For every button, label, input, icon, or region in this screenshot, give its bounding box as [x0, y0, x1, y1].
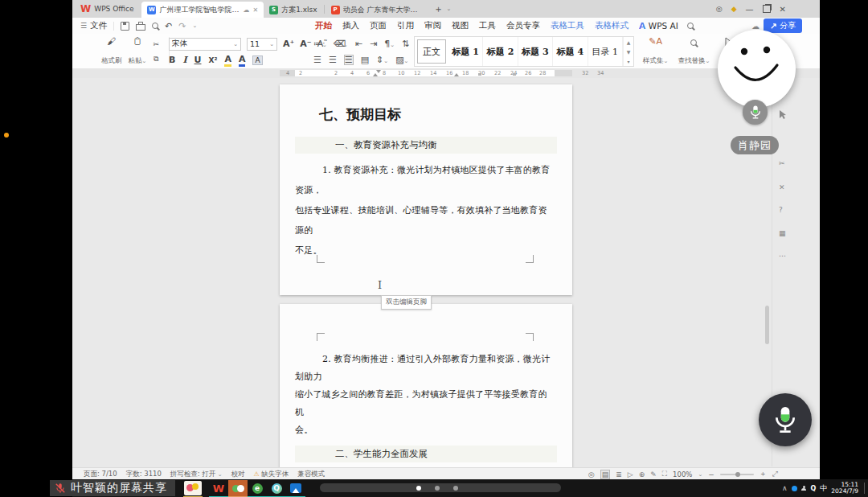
tab-reference[interactable]: 引用 — [395, 18, 416, 33]
outline-view-icon[interactable]: ≣ — [616, 470, 622, 479]
tab-writer-document[interactable]: W 广州理工学院智电学院 社会实.. ☁ ✕ — [141, 2, 264, 18]
align-left-icon[interactable]: ☰ — [313, 55, 321, 64]
eye-protection-icon[interactable]: ◎ — [588, 470, 595, 479]
tools-icon[interactable]: ✕ — [779, 183, 785, 191]
zoom-level[interactable]: 100% — [673, 470, 692, 479]
fullscreen-icon[interactable]: ⤢ — [772, 470, 778, 479]
redo-icon[interactable]: ↷ — [178, 22, 186, 31]
zoom-slider-thumb[interactable] — [735, 472, 740, 477]
style-heading2[interactable]: 标题 2 — [483, 37, 518, 66]
increase-font-icon[interactable]: A⁺ — [283, 39, 294, 49]
search-icon[interactable] — [687, 23, 694, 29]
tab-insert[interactable]: 插入 — [341, 18, 361, 33]
find-replace-button[interactable]: 查找替换⌄ — [678, 37, 710, 66]
ink-annotate-icon[interactable]: ✎ — [650, 470, 657, 479]
char-shading-icon[interactable]: A — [252, 55, 262, 65]
wps-home-tab[interactable]: W WPS Office — [72, 0, 141, 18]
shading-icon[interactable]: ▨⌄ — [395, 55, 408, 64]
clip-tool-icon[interactable]: ✂ — [779, 159, 785, 167]
zoom-out-button[interactable]: − — [708, 470, 714, 479]
cut-icon[interactable]: ✂ — [153, 41, 159, 48]
ime-indicator[interactable]: 中 — [820, 483, 827, 494]
doc-text-line[interactable]: 2. 教育均衡推进：通过引入外部教育力量和资源，微光计划助力 — [295, 351, 555, 386]
paste-button[interactable]: 📋︎ 粘贴⌄ — [129, 37, 147, 66]
close-window-button[interactable]: ✕ — [780, 5, 786, 14]
minimize-button[interactable]: — — [746, 5, 754, 14]
style-heading1[interactable]: 标题 1 — [448, 37, 483, 66]
doc-text-line[interactable]: 会。 — [295, 421, 555, 439]
web-layout-icon[interactable]: ⊕ — [639, 470, 645, 479]
doc-text-line[interactable]: 缩小了城乡之间的教育差距，为村镇孩子提供了平等接受教育的机 — [295, 386, 555, 421]
wps-ai-button[interactable]: A WPS AI — [637, 19, 680, 33]
taskbar-browser-app[interactable]: e — [248, 480, 267, 497]
tab-review[interactable]: 审阅 — [423, 18, 443, 33]
doc-text-line[interactable]: 1. 教育资源补充：微光计划为村镇地区提供了丰富的教育资源， — [295, 160, 555, 200]
underline-icon[interactable]: U — [194, 55, 202, 65]
taskbar-fruit-app[interactable] — [183, 480, 203, 497]
quick-access-chevron-icon[interactable]: ⌄ — [193, 23, 198, 29]
decrease-indent-icon[interactable]: ⇤ — [355, 39, 362, 48]
page-view-icon[interactable]: ▤ — [600, 470, 611, 479]
bullet-list-icon[interactable]: ≔⌄ — [313, 39, 327, 48]
close-tab-icon[interactable]: ✕ — [252, 6, 258, 14]
vip-diamond-icon[interactable]: ◆ — [731, 5, 737, 13]
doc-heading[interactable]: 二、学生能力全面发展 — [295, 446, 557, 462]
tab-spreadsheet[interactable]: S 方案1.xlsx — [264, 2, 322, 18]
participant-avatar[interactable] — [718, 30, 796, 108]
style-heading3[interactable]: 标题 3 — [518, 37, 553, 66]
indicator-dot-active[interactable] — [416, 486, 421, 491]
distribute-icon[interactable]: ▤ — [361, 55, 369, 64]
cloud-status-icon[interactable]: ☁ — [751, 22, 760, 31]
taskbar-meeting-app-active[interactable] — [228, 480, 248, 497]
increase-indent-icon[interactable]: ⇥ — [370, 39, 377, 48]
tab-stop[interactable] — [478, 73, 481, 76]
print-icon[interactable] — [136, 24, 145, 31]
participant-mic-indicator[interactable] — [743, 100, 768, 125]
font-size-select[interactable]: 11⌄ — [247, 38, 277, 51]
tray-chevron-icon[interactable]: ∧ — [782, 484, 788, 492]
highlight-color-icon[interactable]: A — [224, 54, 231, 67]
decrease-font-icon[interactable]: A⁻ — [300, 39, 311, 49]
zoom-slider[interactable] — [720, 474, 754, 475]
gallery-up-icon[interactable]: ▲ — [627, 39, 631, 45]
zoom-chevron-icon[interactable]: ⌄ — [698, 471, 702, 478]
indent-marker[interactable] — [454, 73, 459, 76]
doc-text-line[interactable]: 包括专业课程、技能培训、心理辅导等，有效填补了当地教育资源的 — [295, 200, 555, 240]
skin-icon[interactable]: ◎ — [716, 5, 723, 13]
paragraph-mark-icon[interactable]: ¶⌄ — [384, 39, 395, 48]
doc-text-line[interactable]: 不足。 — [295, 240, 555, 261]
style-normal[interactable]: 正文 — [417, 39, 446, 64]
bold-icon[interactable]: B — [169, 55, 175, 65]
numbered-list-icon[interactable]: ≕⌄ — [334, 39, 348, 48]
italic-icon[interactable]: I — [182, 55, 186, 65]
font-family-select[interactable]: 宋体⌄ — [169, 38, 241, 51]
vertical-scrollbar-thumb[interactable] — [765, 306, 769, 344]
undo-icon[interactable]: ↶ — [165, 22, 172, 31]
justify-icon[interactable]: ☰ — [344, 55, 354, 65]
indicator-dot[interactable] — [453, 486, 458, 491]
hanging-indent-marker[interactable] — [373, 73, 378, 76]
font-color-icon[interactable]: A — [239, 54, 246, 67]
style-heading4[interactable]: 标题 4 — [553, 37, 588, 66]
more-icon[interactable]: ⋯ — [779, 252, 786, 260]
show-desktop-edge[interactable] — [864, 483, 865, 494]
tab-table-tools[interactable]: 表格工具 — [549, 18, 586, 33]
style-toc1[interactable]: 目录 1 — [588, 37, 623, 66]
zoom-in-button[interactable]: ＋ — [760, 469, 767, 479]
missing-font-warning[interactable]: ⚠ 缺失字体 — [254, 470, 289, 479]
document-page-1[interactable]: 七、预期目标 一、教育资源补充与均衡 1. 教育资源补充：微光计划为村镇地区提供… — [280, 84, 572, 295]
new-tab-button[interactable]: ＋ — [434, 2, 444, 16]
format-painter-button[interactable]: 🖌︎ 格式刷 — [101, 37, 122, 66]
text-direction-icon[interactable]: ⇅ — [402, 39, 409, 48]
tray-q-icon[interactable]: Q — [811, 485, 817, 492]
taskbar-wps-app[interactable]: W — [209, 480, 228, 497]
doc-heading[interactable]: 一、教育资源补充与均衡 — [295, 137, 557, 154]
fit-page-icon[interactable]: ⛶ — [662, 470, 667, 479]
help-icon[interactable]: ? — [779, 206, 783, 214]
panel-notes-icon[interactable]: ▦ — [779, 229, 786, 237]
save-icon[interactable] — [121, 22, 129, 31]
tab-page[interactable]: 页面 — [368, 18, 388, 33]
pointer-tool-icon[interactable] — [779, 109, 787, 120]
tab-list-chevron-icon[interactable]: ⌄ — [447, 6, 452, 12]
gallery-down-icon[interactable]: ▼ — [627, 49, 631, 55]
